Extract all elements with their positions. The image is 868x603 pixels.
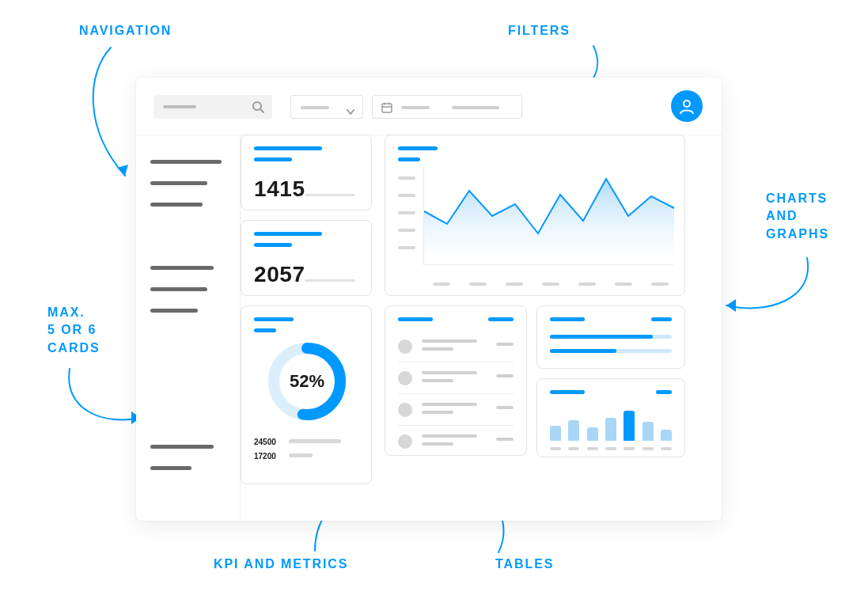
- donut-chart: 52%: [265, 339, 349, 423]
- bar-highlight: [624, 411, 635, 441]
- kpi-trend-line: [305, 279, 355, 282]
- kpi-title-line: [254, 232, 322, 236]
- table-row[interactable]: [398, 335, 514, 358]
- sidebar-item[interactable]: [150, 266, 214, 270]
- progress-fill-1: [550, 335, 653, 339]
- sidebar-item[interactable]: [150, 160, 222, 164]
- bar-chart-card: [536, 378, 685, 457]
- bar-action-line: [656, 390, 672, 394]
- nav-group-1: [150, 160, 222, 224]
- annotation-charts: CHARTS AND GRAPHS: [766, 190, 829, 243]
- kpi-trend-line: [305, 194, 355, 196]
- annotation-filters: FILTERS: [508, 22, 570, 40]
- kpi-value-1: 1415: [254, 176, 305, 202]
- donut-card: 52% 24500 17200: [241, 305, 372, 484]
- chart-subtitle-line: [398, 157, 420, 161]
- chart-x-ticks: [433, 283, 669, 286]
- chevron-down-icon: [347, 104, 354, 111]
- progress-fill-2: [550, 349, 616, 353]
- search-input[interactable]: [154, 95, 272, 119]
- date-range-filter[interactable]: [372, 95, 522, 119]
- table-row[interactable]: [398, 366, 514, 390]
- avatar-dot-icon: [398, 339, 412, 354]
- sidebar-navigation: [136, 135, 241, 521]
- kpi-subtitle-line: [254, 157, 292, 161]
- table-row[interactable]: [398, 398, 514, 422]
- table-card: [385, 305, 527, 456]
- user-avatar-button[interactable]: [671, 90, 703, 122]
- chart-y-ticks: [398, 176, 415, 264]
- bar: [605, 418, 616, 441]
- svg-line-7: [260, 109, 263, 112]
- bar: [642, 422, 654, 441]
- dashboard-main: 1415 2057: [241, 135, 722, 521]
- sidebar-item[interactable]: [150, 181, 207, 185]
- donut-legend-1-value: 24500: [254, 438, 276, 446]
- bar-chart: [550, 403, 672, 441]
- user-icon: [679, 98, 695, 114]
- bar: [587, 427, 598, 441]
- sidebar-item[interactable]: [150, 203, 203, 207]
- sidebar-item[interactable]: [150, 309, 198, 313]
- donut-percent-label: 52%: [265, 339, 349, 423]
- search-icon: [252, 100, 264, 113]
- arrow-charts: [712, 252, 823, 347]
- kpi-value-2: 2057: [254, 262, 305, 287]
- filter-dropdown[interactable]: [290, 95, 363, 119]
- table-action-line: [488, 317, 514, 321]
- area-chart-card: [385, 135, 685, 296]
- avatar-dot-icon: [398, 371, 412, 385]
- kpi-card-2: 2057: [241, 220, 372, 296]
- donut-subtitle-line: [254, 328, 276, 332]
- svg-marker-2: [726, 299, 736, 312]
- kpi-card-1: 1415: [241, 135, 372, 210]
- table-title-line: [398, 317, 433, 321]
- avatar-dot-icon: [398, 434, 412, 449]
- bar-x-ticks: [550, 447, 672, 450]
- sidebar-item[interactable]: [150, 445, 214, 449]
- svg-rect-8: [382, 104, 392, 112]
- date-value-line-1: [401, 106, 430, 109]
- svg-point-12: [684, 100, 690, 107]
- sidebar-item[interactable]: [150, 287, 207, 291]
- avatar-dot-icon: [398, 403, 412, 417]
- dashboard-window: 1415 2057: [136, 78, 722, 521]
- nav-group-2: [150, 266, 214, 330]
- nav-group-3: [150, 445, 214, 487]
- bar: [661, 430, 672, 441]
- dropdown-value-line: [301, 106, 329, 109]
- bar: [550, 426, 561, 441]
- donut-legend-1-bar: [289, 439, 341, 443]
- kpi-title-line: [254, 146, 322, 150]
- donut-legend-2-bar: [289, 453, 313, 457]
- area-chart: [423, 167, 673, 265]
- bar: [568, 420, 579, 441]
- date-value-line-2: [452, 106, 499, 109]
- topbar: [136, 78, 722, 135]
- progress-card: [536, 305, 685, 369]
- calendar-icon: [381, 101, 393, 114]
- donut-title-line: [254, 317, 294, 321]
- sidebar-item[interactable]: [150, 466, 191, 470]
- annotation-navigation: NAVIGATION: [79, 22, 172, 40]
- table-row[interactable]: [398, 430, 514, 453]
- annotation-max-cards: MAX. 5 OR 6 CARDS: [47, 304, 100, 357]
- kpi-subtitle-line: [254, 243, 292, 247]
- progress-action-line: [651, 317, 672, 321]
- search-placeholder-line: [163, 105, 196, 108]
- chart-title-line: [398, 146, 438, 150]
- bar-title-line: [550, 390, 585, 394]
- progress-title-line: [550, 317, 585, 321]
- donut-legend-2-value: 17200: [254, 452, 276, 461]
